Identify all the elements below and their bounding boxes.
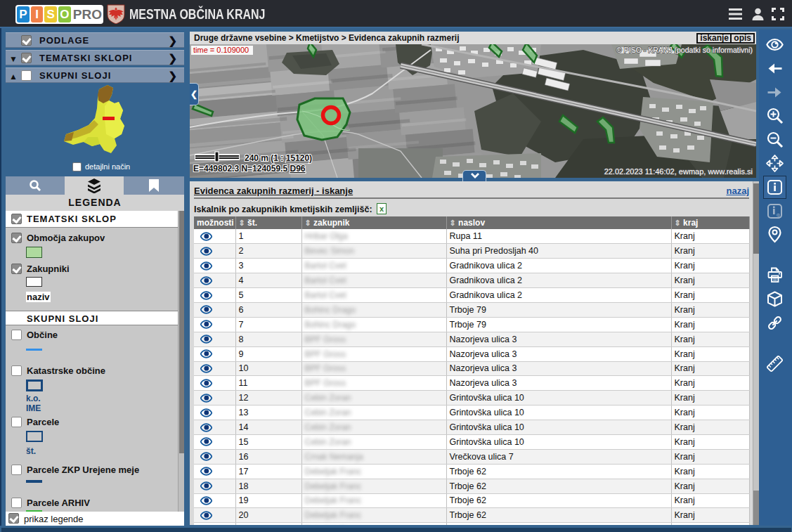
svg-text:x: x <box>379 205 384 213</box>
svg-text:22.02.2023 11:46:02, ewmap, ww: 22.02.2023 11:46:02, ewmap, www.realis.s… <box>604 167 753 176</box>
svg-text:© PISO - KRANJ (podatki so inf: © PISO - KRANJ (podatki so informativni) <box>616 46 753 54</box>
svg-text:time = 0.109000: time = 0.109000 <box>193 46 249 54</box>
svg-text:g: g <box>777 212 779 218</box>
svg-text:E=449802.3 N=124059.5 D96: E=449802.3 N=124059.5 D96 <box>193 164 306 174</box>
svg-text:240 m (1 : 15120): 240 m (1 : 15120) <box>245 153 312 163</box>
